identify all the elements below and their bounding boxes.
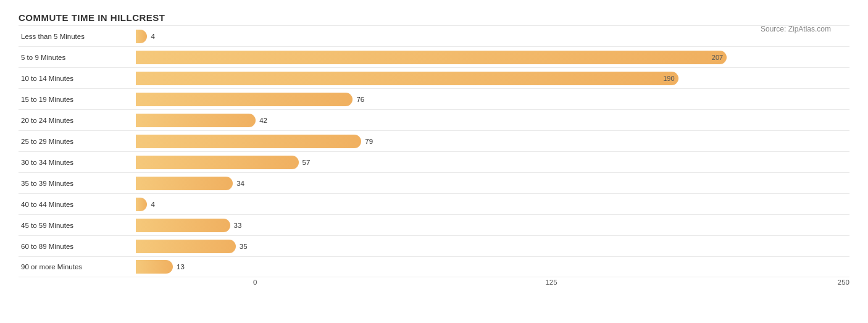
bar-value: 34 [236,180,244,187]
bar-row: 90 or more Minutes13 [19,256,849,277]
bar-row: 45 to 59 Minutes33 [19,214,849,235]
bar-label: 30 to 34 Minutes [19,159,136,166]
bar-fill [136,135,361,148]
bar-track: 207 [136,51,849,64]
bar-label: 40 to 44 Minutes [19,201,136,208]
bar-label: 35 to 39 Minutes [19,180,136,187]
bar-fill [136,156,299,169]
chart-area: Less than 5 Minutes45 to 9 Minutes20710 … [19,25,849,291]
bars-container: Less than 5 Minutes45 to 9 Minutes20710 … [19,25,849,277]
bar-value: 207 [712,54,723,61]
bar-track: 4 [136,30,849,43]
bar-value: 79 [365,138,373,145]
x-axis-label: 250 [838,279,849,286]
bar-label: 90 or more Minutes [19,263,136,271]
bar-row: 15 to 19 Minutes76 [19,88,849,109]
x-axis-label: 125 [545,279,557,286]
bar-value: 33 [234,222,242,229]
bar-value: 13 [177,263,185,271]
bar-track: 79 [136,135,849,148]
bar-value: 4 [151,201,154,208]
bar-value: 35 [240,243,248,250]
bar-track: 42 [136,114,849,127]
bar-fill [136,260,173,274]
bar-label: Less than 5 Minutes [19,33,136,40]
bar-fill [136,240,236,253]
bar-value: 42 [259,117,267,124]
bar-track: 33 [136,219,849,232]
bar-row: 25 to 29 Minutes79 [19,130,849,151]
bar-row: 35 to 39 Minutes34 [19,172,849,193]
bar-fill [136,93,353,106]
bar-track: 190 [136,72,849,85]
bar-fill [136,114,256,127]
bar-track: 34 [136,177,849,190]
bar-row: 5 to 9 Minutes207 [19,46,849,67]
bar-label: 15 to 19 Minutes [19,96,136,103]
bar-fill [136,177,233,190]
bar-label: 25 to 29 Minutes [19,138,136,145]
x-axis-label: 0 [253,279,257,286]
bar-value: 4 [151,33,154,40]
bar-track: 4 [136,198,849,211]
bar-track: 35 [136,240,849,253]
bar-track: 76 [136,93,849,106]
bar-value: 190 [663,75,674,82]
bar-value: 76 [356,96,364,103]
bar-row: 30 to 34 Minutes57 [19,151,849,172]
bar-value: 57 [303,159,311,166]
bar-label: 5 to 9 Minutes [19,54,136,61]
bar-label: 20 to 24 Minutes [19,117,136,124]
chart-title: COMMUTE TIME IN HILLCREST [19,12,849,23]
bar-track: 13 [136,260,849,274]
bar-track: 57 [136,156,849,169]
bar-label: 45 to 59 Minutes [19,222,136,229]
bar-fill [136,219,230,232]
bar-row: 10 to 14 Minutes190 [19,67,849,88]
bar-row: 20 to 24 Minutes42 [19,109,849,130]
bar-row: 40 to 44 Minutes4 [19,193,849,214]
bar-fill [136,198,147,211]
bar-row: Less than 5 Minutes4 [19,25,849,46]
bar-fill: 207 [136,51,727,64]
bar-label: 10 to 14 Minutes [19,75,136,82]
bar-row: 60 to 89 Minutes35 [19,235,849,256]
bar-fill [136,30,147,43]
bar-fill: 190 [136,72,678,85]
x-axis: 0125250 [253,279,849,291]
bar-label: 60 to 89 Minutes [19,243,136,250]
